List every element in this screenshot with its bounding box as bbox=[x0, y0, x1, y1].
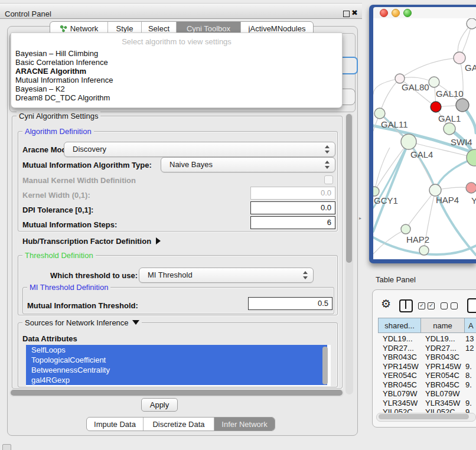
float-window-icon[interactable] bbox=[343, 11, 350, 17]
sources-title[interactable]: Sources for Network Inference bbox=[22, 318, 142, 327]
table-cell: YBL079W bbox=[383, 389, 418, 398]
table-cell: 8. bbox=[465, 371, 472, 380]
table-row[interactable]: YBL079WYBL079W bbox=[378, 389, 476, 398]
algorithm-popup-placeholder: Select algorithm to view settings bbox=[11, 37, 342, 46]
network-node[interactable] bbox=[429, 77, 439, 87]
table-row[interactable]: YPR145WYPR145W9. bbox=[378, 362, 476, 371]
attribute-list-item[interactable]: BetweennessCentrality bbox=[26, 365, 327, 375]
checked-checkbox-icon[interactable]: ✓ bbox=[418, 302, 425, 309]
close-icon[interactable]: ✖ bbox=[351, 8, 358, 17]
algorithm-option[interactable]: Bayesian – K2 bbox=[11, 84, 342, 93]
algorithm-option[interactable]: Basic Correlation Inference bbox=[11, 58, 342, 67]
column-header-name[interactable]: name bbox=[420, 318, 465, 333]
mi-algorithm-type-label: Mutual Information Algorithm Type: bbox=[22, 161, 152, 169]
network-node-label: GAL1 bbox=[438, 113, 461, 123]
table-cell: YDL19... bbox=[425, 334, 455, 343]
manual-kernel-width-label: Manual Kernel Width Definition bbox=[22, 176, 136, 185]
table-row[interactable]: YBR045CYBR045C9. bbox=[378, 380, 476, 389]
network-node-label: GAL80 bbox=[402, 82, 429, 92]
tab-impute-data[interactable]: Impute Data bbox=[87, 418, 143, 431]
apply-button[interactable]: Apply bbox=[141, 398, 178, 412]
network-node[interactable] bbox=[373, 187, 379, 196]
network-node[interactable] bbox=[374, 108, 385, 119]
table-cell: YDR27... bbox=[383, 344, 414, 353]
unchecked-checkbox-icon[interactable] bbox=[441, 302, 448, 309]
dpi-tolerance-label: DPI Tolerance [0,1]: bbox=[22, 206, 93, 214]
table-row[interactable]: YDR27...YDR27...12 bbox=[378, 344, 476, 353]
mi-algorithm-type-select[interactable]: Naive Bayes bbox=[161, 157, 335, 172]
table-cell: 9. bbox=[465, 399, 472, 407]
network-window-titlebar[interactable] bbox=[373, 7, 476, 18]
kernel-width-field[interactable]: 0.0 bbox=[250, 187, 335, 200]
tab-infer-network[interactable]: Infer Network bbox=[214, 418, 275, 431]
attributes-scrollbar-thumb[interactable] bbox=[322, 347, 328, 384]
table-row[interactable]: YLR345WYLR345W9. bbox=[378, 399, 476, 407]
table-cell: 9. bbox=[465, 362, 472, 371]
table-row[interactable]: YDL19...YDL19...13 bbox=[378, 334, 476, 343]
network-node[interactable] bbox=[419, 246, 429, 255]
network-node[interactable] bbox=[466, 182, 476, 193]
bottom-tabbar: Impute Data Discretize Data Infer Networ… bbox=[86, 417, 275, 431]
algorithm-option[interactable]: Bayesian – Hill Climbing bbox=[11, 49, 342, 58]
column-header-shared-name[interactable]: shared... bbox=[378, 318, 421, 333]
network-node-label: GAL bbox=[465, 63, 476, 73]
collapsed-panel-icon[interactable] bbox=[2, 444, 11, 450]
which-threshold-value: MI Threshold bbox=[148, 270, 193, 279]
table-row[interactable]: YBR043CYBR043C bbox=[378, 353, 476, 361]
checked-checkbox-icon[interactable]: ✓ bbox=[428, 302, 435, 309]
network-icon bbox=[60, 25, 67, 32]
network-node-label: GAL10 bbox=[436, 89, 464, 99]
column-header-partial[interactable]: A bbox=[464, 318, 476, 333]
vertical-scrollbar-thumb[interactable] bbox=[346, 114, 352, 263]
unchecked-checkbox-icon[interactable] bbox=[451, 302, 458, 309]
network-node[interactable] bbox=[456, 99, 469, 112]
manual-kernel-width-checkbox[interactable] bbox=[324, 175, 333, 184]
which-threshold-select[interactable]: MI Threshold bbox=[139, 268, 314, 283]
hub-definition-toggle[interactable]: Hub/Transcription Factor Definition bbox=[22, 237, 161, 246]
network-node[interactable] bbox=[401, 134, 416, 149]
algorithm-option[interactable]: ARACNE Algorithm bbox=[11, 67, 342, 76]
network-node[interactable] bbox=[467, 18, 476, 29]
expanded-arrow-icon bbox=[132, 320, 139, 325]
mi-threshold-field[interactable]: 0.5 bbox=[248, 297, 332, 310]
dpi-tolerance-field[interactable]: 0.0 bbox=[250, 201, 335, 214]
network-node[interactable] bbox=[454, 52, 465, 64]
network-node-label: HAP2 bbox=[406, 234, 429, 244]
mi-threshold-label: Mutual Information Threshold: bbox=[27, 301, 138, 310]
attribute-list-item[interactable]: TopologicalCoefficient bbox=[26, 355, 327, 365]
mi-steps-field[interactable]: 6 bbox=[250, 216, 335, 229]
attribute-list-item[interactable]: SelfLoops bbox=[26, 345, 327, 355]
network-node[interactable] bbox=[431, 102, 441, 112]
network-node[interactable] bbox=[429, 184, 441, 196]
aracne-mode-select[interactable]: Discovery bbox=[64, 142, 335, 157]
network-node[interactable] bbox=[401, 224, 410, 234]
table-panel-title: Table Panel bbox=[376, 275, 416, 284]
network-node[interactable] bbox=[444, 123, 455, 135]
table-cell: YPR145W bbox=[383, 362, 419, 371]
close-traffic-light-icon[interactable] bbox=[380, 9, 388, 17]
network-node-label: GAL11 bbox=[381, 119, 408, 129]
table-tool-icon[interactable] bbox=[467, 298, 476, 313]
zoom-traffic-light-icon[interactable] bbox=[403, 9, 412, 17]
table-cell: YLR345W bbox=[425, 399, 460, 407]
gear-icon[interactable]: ⚙ bbox=[381, 298, 391, 311]
network-graph[interactable]: GALGAL80GAL10GAL11GAL1SWI4GAL4GCY1HAP4YH… bbox=[373, 18, 476, 259]
stepper-arrows-icon bbox=[302, 270, 308, 280]
table-row[interactable]: YER054CYER054C8. bbox=[378, 371, 476, 380]
horizontal-scrollbar-thumb[interactable] bbox=[11, 390, 343, 396]
threshold-definition-title: Threshold Definition bbox=[22, 251, 96, 260]
table-hscrollbar-thumb[interactable] bbox=[379, 414, 469, 419]
which-threshold-label: Which threshold to use: bbox=[50, 271, 138, 280]
network-node-label: HAP4 bbox=[436, 195, 459, 205]
tab-discretize-data[interactable]: Discretize Data bbox=[143, 418, 214, 431]
table-cell: YDL19... bbox=[383, 334, 413, 343]
hub-definition-label: Hub/Transcription Factor Definition bbox=[22, 237, 151, 246]
table-cell: YBR043C bbox=[425, 353, 459, 361]
split-columns-icon[interactable] bbox=[399, 299, 413, 312]
data-attributes-list[interactable]: SelfLoopsTopologicalCoefficientBetweenne… bbox=[26, 345, 331, 386]
algorithm-option[interactable]: Mutual Information Inference bbox=[11, 76, 342, 84]
minimize-traffic-light-icon[interactable] bbox=[392, 9, 400, 17]
algorithm-option[interactable]: Dream8 DC_TDC Algorithm bbox=[11, 93, 342, 102]
table-cell: YBL079W bbox=[425, 389, 460, 398]
attribute-list-item[interactable]: gal4RGexp bbox=[26, 375, 327, 385]
